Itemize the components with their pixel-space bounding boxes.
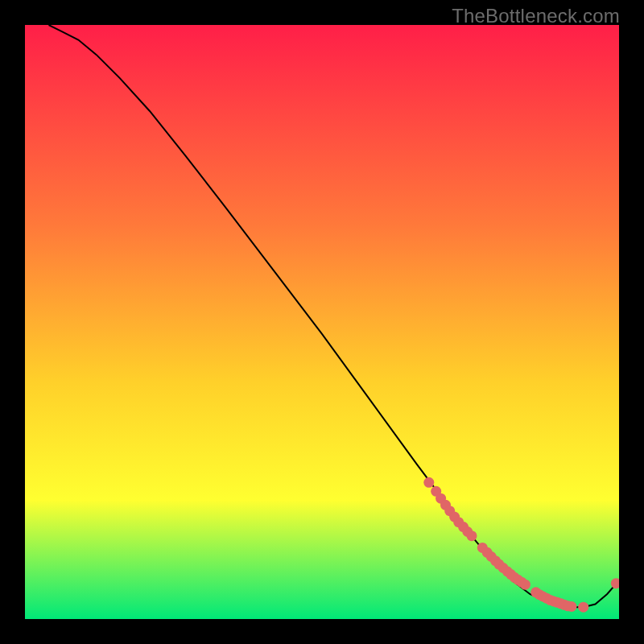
gradient-background bbox=[25, 25, 619, 619]
chart-container: TheBottleneck.com bbox=[0, 0, 644, 644]
chart-svg bbox=[25, 25, 619, 619]
data-point bbox=[578, 602, 588, 613]
data-point bbox=[567, 601, 577, 612]
plot-area bbox=[25, 25, 619, 619]
data-point bbox=[467, 530, 477, 541]
data-point bbox=[520, 580, 530, 590]
data-point bbox=[423, 477, 434, 488]
watermark-label: TheBottleneck.com bbox=[452, 5, 620, 27]
